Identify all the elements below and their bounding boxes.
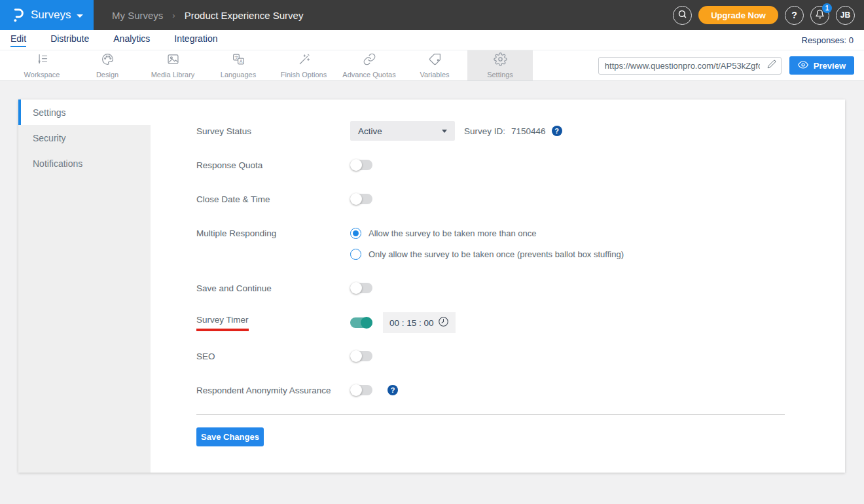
questionpro-logo-icon: [10, 7, 25, 24]
toggle-knob: [350, 159, 362, 171]
pencil-icon: [767, 60, 776, 71]
radio-icon: [350, 249, 361, 260]
survey-timer-label: Survey Timer: [196, 315, 249, 331]
form-divider: [196, 414, 785, 415]
settings-card: Settings Security Notifications Survey S…: [18, 99, 845, 473]
toolbar-right: Preview: [598, 50, 864, 81]
search-button[interactable]: [673, 6, 692, 25]
survey-timer-row: Survey Timer 00 : 15 : 00: [196, 312, 845, 333]
tab-integration[interactable]: Integration: [174, 33, 217, 47]
notifications-button[interactable]: 1: [810, 6, 829, 25]
response-quota-toggle[interactable]: [350, 160, 372, 170]
close-date-toggle[interactable]: [350, 194, 372, 204]
notification-badge: 1: [822, 3, 832, 13]
toolbar-tab-variables[interactable]: Variables: [402, 50, 467, 81]
toggle-knob: [350, 350, 362, 362]
page-content: Settings Security Notifications Survey S…: [0, 81, 864, 491]
header-actions: Upgrade Now ? 1 JB: [673, 6, 864, 25]
sidebar-item-notifications[interactable]: Notifications: [18, 151, 151, 176]
edit-url-button[interactable]: [763, 58, 781, 74]
edit-toolbar: Workspace Design Media Library 文A Langua…: [0, 50, 864, 81]
toolbar-tab-media-library[interactable]: Media Library: [140, 50, 206, 81]
chevron-down-icon: [442, 130, 447, 133]
help-button[interactable]: ?: [785, 6, 804, 25]
top-header: Surveys My Surveys › Product Experience …: [0, 0, 864, 30]
save-and-continue-toggle[interactable]: [350, 283, 372, 293]
anonymity-help-icon[interactable]: ?: [387, 385, 398, 395]
settings-form: Survey Status Active Survey ID: 7150446 …: [151, 99, 845, 473]
settings-sidebar: Settings Security Notifications: [18, 99, 151, 473]
upgrade-now-button[interactable]: Upgrade Now: [698, 6, 778, 24]
breadcrumb: My Surveys › Product Experience Survey: [112, 10, 303, 21]
close-date-row: Close Date & Time: [196, 189, 845, 209]
radio-only-once-label: Only allow the survey to be taken once (…: [369, 249, 624, 259]
breadcrumb-survey-title: Product Experience Survey: [185, 10, 304, 21]
survey-id-label: Survey ID:: [464, 126, 505, 136]
link-icon: [363, 52, 376, 69]
sidebar-item-settings[interactable]: Settings: [18, 99, 151, 125]
product-switcher[interactable]: Surveys: [0, 0, 94, 30]
section-nav: Edit Distribute Analytics Integration Re…: [0, 30, 864, 50]
svg-text:A: A: [240, 59, 243, 63]
survey-id-value: 7150446: [511, 126, 546, 136]
toolbar-tab-design[interactable]: Design: [75, 50, 140, 81]
save-changes-button[interactable]: Save Changes: [196, 427, 264, 446]
toolbar-tab-advance-quotas[interactable]: Advance Quotas: [336, 50, 402, 81]
multiple-responding-options: Allow the survey to be taken more than o…: [350, 223, 624, 260]
svg-text:文: 文: [234, 55, 238, 60]
toolbar-tab-settings[interactable]: Settings: [467, 50, 533, 81]
survey-url-input[interactable]: [599, 61, 763, 71]
radio-allow-multiple[interactable]: Allow the survey to be taken more than o…: [350, 228, 624, 239]
seo-toggle[interactable]: [350, 351, 372, 361]
chevron-down-icon: [77, 14, 83, 18]
close-date-label: Close Date & Time: [196, 194, 350, 204]
anonymity-toggle[interactable]: [350, 385, 372, 395]
anonymity-label: Respondent Anonymity Assurance: [196, 386, 350, 395]
toolbar-tab-workspace[interactable]: Workspace: [9, 50, 75, 81]
radio-only-once[interactable]: Only allow the survey to be taken once (…: [350, 249, 624, 260]
tab-edit[interactable]: Edit: [10, 33, 26, 47]
save-and-continue-row: Save and Continue: [196, 278, 845, 298]
survey-timer-value: 00 : 15 : 00: [389, 318, 434, 328]
survey-timer-label-wrap: Survey Timer: [196, 315, 350, 331]
multiple-responding-row: Multiple Responding Allow the survey to …: [196, 223, 845, 264]
radio-icon: [350, 228, 361, 239]
survey-timer-toggle[interactable]: [350, 317, 372, 328]
survey-url-field: [598, 57, 782, 75]
survey-status-select[interactable]: Active: [350, 121, 455, 141]
clock-icon: [438, 316, 449, 329]
image-icon: [166, 52, 180, 69]
survey-timer-duration-field[interactable]: 00 : 15 : 00: [383, 312, 456, 333]
palette-icon: [101, 52, 115, 69]
toggle-knob: [350, 282, 362, 294]
breadcrumb-my-surveys[interactable]: My Surveys: [112, 10, 163, 21]
wand-icon: [297, 52, 311, 69]
survey-id-help-icon[interactable]: ?: [552, 126, 562, 136]
save-and-continue-label: Save and Continue: [196, 283, 350, 293]
workspace-icon: [35, 52, 49, 69]
multiple-responding-label: Multiple Responding: [196, 223, 350, 238]
anonymity-row: Respondent Anonymity Assurance ?: [196, 380, 845, 400]
radio-allow-multiple-label: Allow the survey to be taken more than o…: [369, 228, 537, 238]
toggle-knob: [361, 317, 372, 329]
avatar[interactable]: JB: [836, 6, 855, 25]
seo-row: SEO: [196, 346, 845, 366]
gear-icon: [494, 52, 507, 69]
survey-id-group: Survey ID: 7150446 ?: [464, 126, 562, 136]
toggle-knob: [350, 193, 362, 205]
tab-distribute[interactable]: Distribute: [50, 33, 89, 47]
translate-icon: 文A: [232, 52, 245, 69]
breadcrumb-separator-icon: ›: [172, 10, 175, 20]
survey-status-row: Survey Status Active Survey ID: 7150446 …: [196, 121, 845, 141]
seo-label: SEO: [196, 351, 350, 361]
eye-icon: [798, 60, 808, 72]
toolbar-tab-finish-options[interactable]: Finish Options: [271, 50, 336, 81]
search-icon: [677, 9, 687, 21]
toolbar-tab-languages[interactable]: 文A Languages: [206, 50, 271, 81]
preview-button[interactable]: Preview: [789, 56, 854, 75]
survey-status-value: Active: [358, 126, 382, 136]
product-name: Surveys: [31, 9, 71, 22]
sidebar-item-security[interactable]: Security: [18, 125, 151, 151]
toggle-knob: [350, 384, 362, 396]
tab-analytics[interactable]: Analytics: [113, 33, 150, 47]
